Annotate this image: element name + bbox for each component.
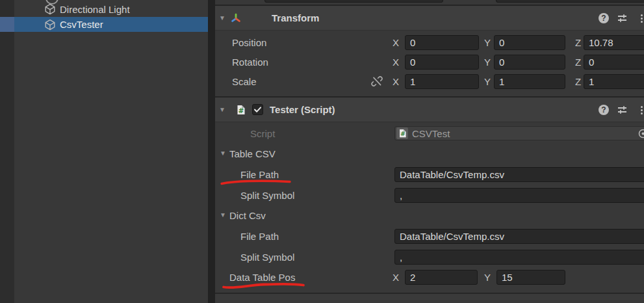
presets-icon[interactable] (617, 105, 628, 115)
table-csv-split-symbol-field[interactable]: , (394, 188, 644, 203)
foldout-arrow-icon[interactable]: ▼ (219, 15, 225, 21)
rotation-y-field[interactable]: 0 (494, 55, 565, 70)
file-path-label: File Path (240, 231, 279, 242)
help-icon[interactable]: ? (599, 13, 609, 23)
axis-y-label: Y (484, 272, 491, 283)
axis-y-label: Y (484, 57, 491, 68)
tester-script-header[interactable]: ▼ Tester (Script) ? (215, 98, 644, 122)
script-chip (396, 127, 408, 139)
component-title: Transform (272, 12, 319, 23)
hierarchy-item-label: CsvTester (60, 19, 103, 30)
hierarchy-item-csvtester[interactable]: CsvTester (0, 17, 208, 32)
scale-z-field[interactable]: 1 (584, 74, 644, 89)
unlinked-scale-icon[interactable] (371, 75, 383, 87)
axis-x-label: X (393, 272, 399, 283)
position-label: Position (232, 37, 266, 48)
data-table-pos-x-field[interactable]: 2 (405, 270, 478, 285)
scale-y-field[interactable]: 1 (494, 74, 565, 89)
transform-icon (231, 13, 241, 23)
rotation-x-field[interactable]: 0 (405, 55, 479, 70)
csharp-script-icon (398, 129, 407, 138)
rotation-label: Rotation (232, 57, 268, 68)
axis-y-label: Y (484, 76, 491, 87)
panel-splitter[interactable] (208, 0, 215, 303)
kebab-menu-icon[interactable] (638, 12, 644, 24)
component-enabled-checkbox[interactable] (252, 104, 263, 115)
component-title: Tester (Script) (270, 104, 335, 115)
script-label: Script (250, 128, 275, 139)
axis-x-label: X (393, 57, 399, 68)
axis-z-label: Z (575, 76, 581, 87)
inspector-footer-strip (215, 294, 644, 303)
selection-gutter-highlight (0, 17, 14, 32)
position-y-field[interactable]: 0 (494, 35, 565, 50)
split-symbol-label: Split Symbol (240, 252, 294, 263)
gameobject-cube-icon (44, 3, 56, 15)
script-object-field[interactable]: CSVTest (394, 126, 644, 140)
axis-y-label: Y (484, 37, 491, 48)
position-x-field[interactable]: 0 (405, 35, 479, 50)
file-path-label: File Path (240, 169, 279, 180)
foldout-arrow-icon[interactable]: ▼ (220, 150, 226, 157)
help-icon[interactable]: ? (599, 105, 609, 115)
table-csv-label: Table CSV (229, 148, 276, 159)
position-z-field[interactable]: 10.78 (584, 35, 644, 50)
presets-icon[interactable] (617, 13, 628, 23)
data-table-pos-y-field[interactable]: 15 (496, 270, 565, 285)
kebab-menu-icon[interactable] (638, 104, 644, 116)
clipped-field (496, 0, 644, 3)
axis-x-label: X (393, 76, 399, 87)
dict-csv-label: Dict Csv (229, 210, 266, 221)
data-table-pos-label: Data Table Pos (229, 272, 295, 283)
axis-z-label: Z (575, 57, 581, 68)
hierarchy-panel: Directional Light CsvTester (0, 0, 208, 303)
hierarchy-item-directional-light[interactable]: Directional Light (0, 1, 208, 17)
clipped-field (264, 0, 443, 3)
object-picker-icon[interactable] (638, 128, 644, 139)
gameobject-cube-icon (44, 19, 56, 31)
csharp-script-icon (235, 105, 246, 115)
dict-csv-split-symbol-field[interactable]: , (394, 250, 644, 265)
axis-x-label: X (393, 37, 399, 48)
hierarchy-gutter (0, 0, 14, 303)
rotation-z-field[interactable]: 0 (584, 55, 644, 70)
table-csv-file-path-field[interactable]: DataTable/CsvTemp.csv (394, 167, 644, 182)
scale-label: Scale (232, 76, 257, 87)
inspector-panel: ▼ Transform ? Position X 0 Y 0 Z 10.78 R… (215, 0, 644, 303)
foldout-arrow-icon[interactable]: ▼ (219, 107, 225, 113)
hierarchy-item-label: Directional Light (60, 4, 130, 15)
dict-csv-file-path-field[interactable]: DataTable/CsvTemp.csv (394, 229, 644, 244)
foldout-arrow-icon[interactable]: ▼ (220, 212, 226, 218)
split-symbol-label: Split Symbol (240, 190, 294, 201)
axis-z-label: Z (575, 37, 581, 48)
transform-header[interactable]: ▼ Transform ? (215, 6, 644, 31)
script-object-name: CSVTest (412, 128, 450, 139)
scale-x-field[interactable]: 1 (405, 74, 479, 89)
